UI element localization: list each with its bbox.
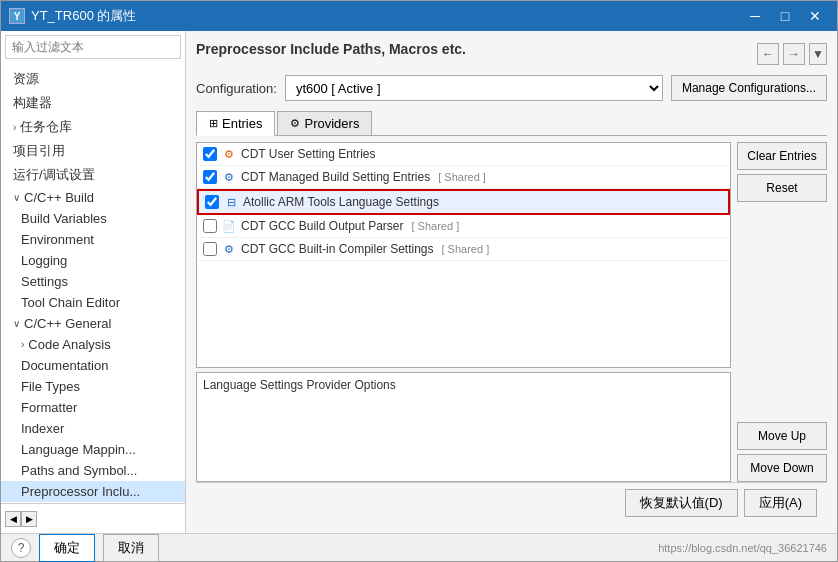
sidebar-item-logging[interactable]: Logging [1,250,185,271]
entry-item-atollic[interactable]: ⊟ Atollic ARM Tools Language Settings [197,189,730,215]
sidebar-scroll-up[interactable]: ◀ [5,511,21,527]
title-bar: Y YT_TR600 的属性 ─ □ ✕ [1,1,837,31]
sidebar-item-paths-symbols[interactable]: Paths and Symbol... [1,460,185,481]
entry-badge-4: [ Shared ] [412,220,460,232]
content-area: 资源 构建器 ›任务仓库 项目引用 运行/调试设置 ∨C/C++ Build B… [1,31,837,533]
bottom-bar: 恢复默认值(D) 应用(A) [196,482,827,523]
panel-title: Preprocessor Include Paths, Macros etc. [196,41,466,57]
sidebar-item-language-mapping[interactable]: Language Mappin... [1,439,185,460]
sidebar-item-documentation[interactable]: Documentation [1,355,185,376]
move-down-button[interactable]: Move Down [737,454,827,482]
cancel-button[interactable]: 取消 [103,534,159,562]
entry-checkbox-2[interactable] [203,170,217,184]
tab-providers[interactable]: ⚙ Providers [277,111,372,135]
tabs-bar: ⊞ Entries ⚙ Providers [196,111,827,136]
entry-item-cdt-managed[interactable]: ⚙ CDT Managed Build Setting Entries [ Sh… [197,166,730,189]
lang-options-panel: Language Settings Provider Options [196,372,731,482]
entry-item-gcc-output[interactable]: 📄 CDT GCC Build Output Parser [ Shared ] [197,215,730,238]
entry-item-cdt-user[interactable]: ⚙ CDT User Setting Entries [197,143,730,166]
sidebar-item-indexer[interactable]: Indexer [1,418,185,439]
sidebar-item-file-types[interactable]: File Types [1,376,185,397]
entries-panel: ⚙ CDT User Setting Entries ⚙ CDT Managed… [196,142,731,482]
entry-checkbox-5[interactable] [203,242,217,256]
entries-list: ⚙ CDT User Setting Entries ⚙ CDT Managed… [196,142,731,368]
entry-icon-5: ⚙ [221,241,237,257]
entry-badge-2: [ Shared ] [438,171,486,183]
sidebar-scroll-down[interactable]: ▶ [21,511,37,527]
filter-input[interactable] [5,35,181,59]
providers-tab-icon: ⚙ [290,117,300,130]
ok-button[interactable]: 确定 [39,534,95,562]
entry-icon-3: ⊟ [223,194,239,210]
apply-button[interactable]: 应用(A) [744,489,817,517]
entry-text-5: CDT GCC Built-in Compiler Settings [241,242,434,256]
config-label: Configuration: [196,81,277,96]
maximize-button[interactable]: □ [771,5,799,27]
sidebar-item-resources[interactable]: 资源 [1,67,185,91]
entry-checkbox-1[interactable] [203,147,217,161]
sidebar-item-cpp-build[interactable]: ∨C/C++ Build [1,187,185,208]
sidebar-item-cpp-general[interactable]: ∨C/C++ General [1,313,185,334]
sidebar-item-run-debug[interactable]: 运行/调试设置 [1,163,185,187]
main-content-area: ⚙ CDT User Setting Entries ⚙ CDT Managed… [196,142,827,482]
entry-checkbox-4[interactable] [203,219,217,233]
nav-arrows: ← → ▼ [757,43,827,65]
nav-forward-button[interactable]: → [783,43,805,65]
restore-default-button[interactable]: 恢复默认值(D) [625,489,738,517]
minimize-button[interactable]: ─ [741,5,769,27]
help-icon[interactable]: ? [11,538,31,558]
sidebar-item-preprocessor[interactable]: Preprocessor Inclu... [1,481,185,502]
sidebar-item-build-vars[interactable]: Build Variables [1,208,185,229]
side-buttons: Clear Entries Reset Move Up Move Down [737,142,827,482]
entry-text-2: CDT Managed Build Setting Entries [241,170,430,184]
entry-item-gcc-builtin[interactable]: ⚙ CDT GCC Built-in Compiler Settings [ S… [197,238,730,261]
sidebar-bottom: ◀ ▶ [1,503,185,533]
tree-area: 资源 构建器 ›任务仓库 项目引用 运行/调试设置 ∨C/C++ Build B… [1,63,185,503]
entry-icon-4: 📄 [221,218,237,234]
sidebar-item-formatter[interactable]: Formatter [1,397,185,418]
sidebar-item-tool-chain-editor[interactable]: Tool Chain Editor [1,292,185,313]
sidebar-item-settings[interactable]: Settings [1,271,185,292]
entry-text-1: CDT User Setting Entries [241,147,376,161]
clear-entries-button[interactable]: Clear Entries [737,142,827,170]
manage-configurations-button[interactable]: Manage Configurations... [671,75,827,101]
config-select[interactable]: yt600 [ Active ] [285,75,663,101]
move-up-button[interactable]: Move Up [737,422,827,450]
entry-icon-1: ⚙ [221,146,237,162]
entry-text-3: Atollic ARM Tools Language Settings [243,195,439,209]
app-icon: Y [9,8,25,24]
reset-button[interactable]: Reset [737,174,827,202]
nav-back-button[interactable]: ← [757,43,779,65]
close-button[interactable]: ✕ [801,5,829,27]
entry-checkbox-3[interactable] [205,195,219,209]
entries-tab-icon: ⊞ [209,117,218,130]
footer-url: https://blog.csdn.net/qq_36621746 [658,542,827,554]
sidebar-item-environment[interactable]: Environment [1,229,185,250]
main-panel: Preprocessor Include Paths, Macros etc. … [186,31,837,533]
sidebar-item-code-analysis[interactable]: ›Code Analysis [1,334,185,355]
sidebar-item-project-ref[interactable]: 项目引用 [1,139,185,163]
window-controls: ─ □ ✕ [741,5,829,27]
footer: ? 确定 取消 https://blog.csdn.net/qq_3662174… [1,533,837,561]
nav-dropdown-button[interactable]: ▼ [809,43,827,65]
entry-text-4: CDT GCC Build Output Parser [241,219,404,233]
sidebar-item-builder[interactable]: 构建器 [1,91,185,115]
main-window: Y YT_TR600 的属性 ─ □ ✕ 资源 构建器 ›任务仓库 项目引用 运… [0,0,838,562]
entry-badge-5: [ Shared ] [442,243,490,255]
window-title: YT_TR600 的属性 [31,7,136,25]
entry-icon-2: ⚙ [221,169,237,185]
tab-entries[interactable]: ⊞ Entries [196,111,275,136]
sidebar-item-task-repo[interactable]: ›任务仓库 [1,115,185,139]
config-row: Configuration: yt600 [ Active ] Manage C… [196,75,827,101]
sidebar: 资源 构建器 ›任务仓库 项目引用 运行/调试设置 ∨C/C++ Build B… [1,31,186,533]
lang-options-label: Language Settings Provider Options [201,376,398,394]
